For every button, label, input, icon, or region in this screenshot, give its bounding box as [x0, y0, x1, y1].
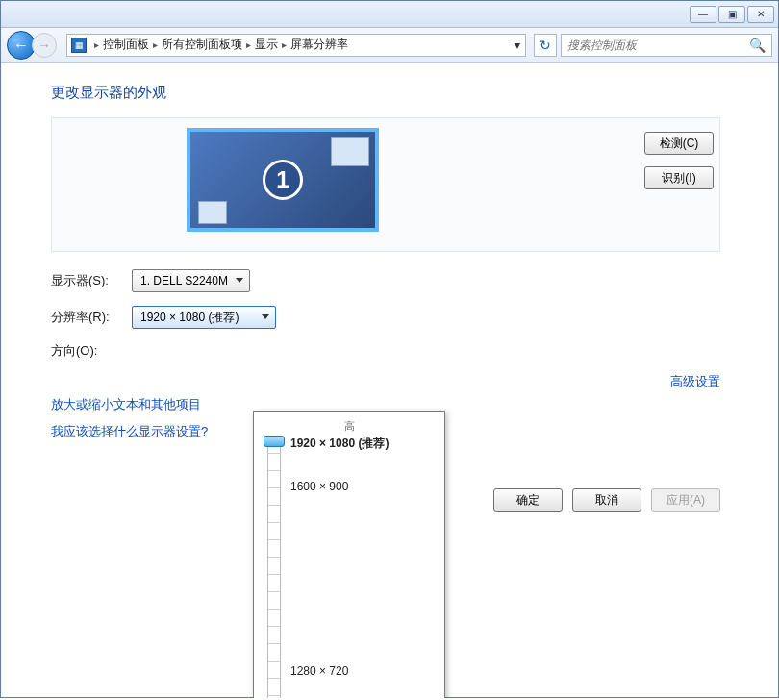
refresh-icon: ↻ — [540, 38, 551, 53]
cancel-button[interactable]: 取消 — [572, 488, 641, 512]
refresh-button[interactable]: ↻ — [534, 34, 557, 57]
resolution-slider[interactable] — [267, 436, 281, 698]
forward-button[interactable]: → — [32, 33, 57, 58]
resolution-label: 分辨率(R): — [51, 309, 132, 326]
resolution-option[interactable]: 1920 × 1080 (推荐) — [290, 436, 389, 452]
control-panel-icon: ▦ — [71, 38, 87, 53]
monitor-preview-area: 1 检测(C) 识别(I) — [51, 117, 720, 252]
monitor-number-badge: 1 — [263, 160, 303, 200]
monitor-preview[interactable]: 1 — [187, 128, 379, 232]
detect-button[interactable]: 检测(C) — [644, 132, 714, 155]
form-area: 显示器(S): 1. DELL S2240M 分辨率(R): 1920 × 10… — [51, 269, 720, 360]
resolution-option[interactable]: 1600 × 900 — [290, 480, 348, 493]
breadcrumb[interactable]: ▦ ▸ 控制面板 ▸ 所有控制面板项 ▸ 显示 ▸ 屏幕分辨率 ▾ — [66, 34, 526, 57]
navbar: ← → ▦ ▸ 控制面板 ▸ 所有控制面板项 ▸ 显示 ▸ 屏幕分辨率 ▾ ↻ … — [1, 28, 778, 62]
orientation-label: 方向(O): — [51, 342, 132, 360]
orientation-row: 方向(O): — [51, 342, 720, 360]
chevron-right-icon: ▸ — [246, 39, 251, 50]
advanced-link-row: 高级设置 — [51, 373, 720, 390]
side-buttons: 检测(C) 识别(I) — [644, 128, 714, 189]
breadcrumb-item[interactable]: 屏幕分辨率 — [290, 37, 348, 53]
ok-button[interactable]: 确定 — [493, 488, 563, 512]
identify-button[interactable]: 识别(I) — [644, 166, 714, 189]
resolution-select[interactable]: 1920 × 1080 (推荐) — [132, 306, 276, 329]
chevron-right-icon: ▸ — [94, 39, 99, 50]
display-label: 显示器(S): — [51, 272, 132, 289]
resolution-options-list: 1920 × 1080 (推荐)1600 × 9001280 × 720800 … — [290, 436, 435, 698]
chevron-right-icon: ▸ — [282, 39, 287, 50]
page-title: 更改显示器的外观 — [51, 84, 720, 102]
search-input[interactable] — [567, 38, 749, 52]
maximize-button[interactable]: ▣ — [718, 6, 745, 23]
search-icon[interactable]: 🔍 — [749, 38, 766, 53]
content: 更改显示器的外观 1 检测(C) 识别(I) 显示器(S): 1. DELL S… — [1, 62, 778, 697]
apply-button[interactable]: 应用(A) — [651, 488, 720, 512]
chevron-down-icon — [236, 278, 243, 283]
arrow-left-icon: ← — [13, 37, 29, 54]
preview-window-icon — [331, 138, 369, 166]
preview-window-icon — [198, 201, 227, 224]
resolution-dropdown[interactable]: 高 1920 × 1080 (推荐)1600 × 9001280 × 72080… — [253, 411, 445, 698]
nav-buttons: ← → — [1, 31, 63, 60]
arrow-right-icon: → — [38, 38, 51, 53]
chevron-right-icon: ▸ — [153, 39, 158, 50]
breadcrumb-item[interactable]: 显示 — [255, 37, 278, 53]
breadcrumb-dropdown-icon[interactable]: ▾ — [510, 38, 525, 52]
slider-high-label: 高 — [264, 419, 435, 434]
close-button[interactable]: ✕ — [747, 6, 774, 23]
resolution-select-value: 1920 × 1080 (推荐) — [140, 310, 239, 326]
search-box[interactable]: 🔍 — [561, 34, 772, 57]
resolution-option[interactable]: 1280 × 720 — [290, 664, 348, 678]
breadcrumb-item[interactable]: 控制面板 — [103, 37, 149, 53]
window: — ▣ ✕ ← → ▦ ▸ 控制面板 ▸ 所有控制面板项 ▸ 显示 ▸ 屏幕分辨… — [0, 0, 779, 698]
resolution-row: 分辨率(R): 1920 × 1080 (推荐) — [51, 306, 720, 329]
display-row: 显示器(S): 1. DELL S2240M — [51, 269, 720, 292]
dropdown-body: 1920 × 1080 (推荐)1600 × 9001280 × 720800 … — [264, 436, 435, 698]
slider-thumb[interactable] — [264, 436, 285, 447]
display-select-value: 1. DELL S2240M — [140, 274, 228, 288]
display-select[interactable]: 1. DELL S2240M — [132, 269, 250, 292]
breadcrumb-item[interactable]: 所有控制面板项 — [162, 37, 242, 53]
titlebar: — ▣ ✕ — [1, 1, 778, 28]
minimize-button[interactable]: — — [690, 6, 716, 23]
advanced-settings-link[interactable]: 高级设置 — [670, 373, 720, 390]
chevron-down-icon — [262, 314, 269, 319]
